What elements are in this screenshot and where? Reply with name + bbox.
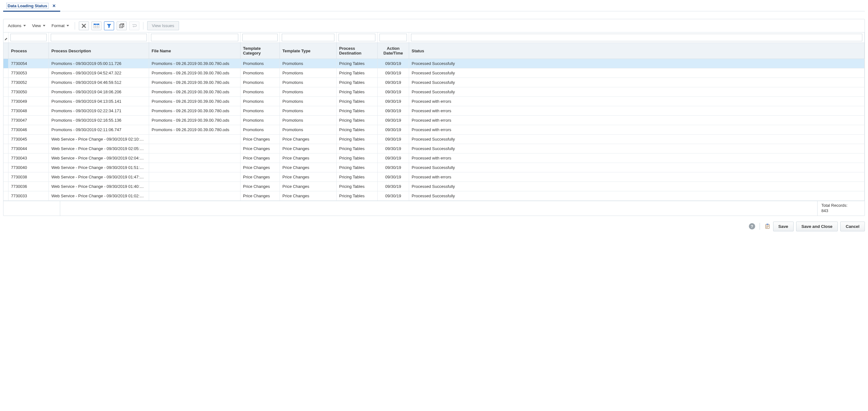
table-row[interactable]: 7730044Web Service - Price Change - 09/3… [3, 144, 865, 154]
cell-process-destination: Pricing Tables [337, 97, 378, 106]
cell-process-description: Promotions - 09/30/2019 02:11:06.747 [49, 125, 149, 134]
query-by-example-toggle[interactable] [3, 32, 8, 42]
table-row[interactable]: 7730053Promotions - 09/30/2019 04:52:47.… [3, 68, 865, 78]
grid-footer: Total Records: 843 [3, 201, 865, 216]
col-action-datetime[interactable]: Action Date/Time [378, 43, 409, 59]
table-row[interactable]: 7730033Web Service - Price Change - 09/3… [3, 191, 865, 201]
cell-process-destination: Pricing Tables [337, 163, 378, 172]
wrap-button[interactable] [129, 22, 139, 30]
col-process[interactable]: Process [8, 43, 49, 59]
row-selector[interactable] [3, 182, 8, 191]
filter-template-type[interactable] [282, 34, 334, 41]
row-selector[interactable] [3, 97, 8, 106]
cell-file-name: Promotions - 09.26.2019 00.39.00.780.ods [149, 87, 241, 96]
chevron-down-icon [43, 25, 45, 27]
cell-process: 7730045 [8, 134, 49, 144]
export-xls-button[interactable]: XLS [91, 22, 101, 30]
table-row[interactable]: 7730040Web Service - Price Change - 09/3… [3, 163, 865, 172]
cell-process-destination: Pricing Tables [337, 144, 378, 153]
filter-file-name[interactable] [151, 34, 238, 41]
cell-action-datetime: 09/30/19 [378, 154, 409, 163]
col-process-destination[interactable]: Process Destination [337, 43, 378, 59]
cell-process-destination: Pricing Tables [337, 191, 378, 200]
format-menu[interactable]: Format [50, 22, 71, 29]
row-selector[interactable] [3, 191, 8, 200]
cell-process: 7730044 [8, 144, 49, 153]
cell-process-destination: Pricing Tables [337, 172, 378, 182]
filter-process[interactable] [10, 34, 46, 41]
table-row[interactable]: 7730043Web Service - Price Change - 09/3… [3, 154, 865, 163]
row-selector[interactable] [3, 134, 8, 144]
help-button[interactable]: ? [749, 223, 755, 229]
toolbar: Actions View Format XL [3, 19, 865, 32]
cancel-button[interactable]: Cancel [840, 222, 865, 231]
filter-status[interactable] [411, 34, 862, 41]
table-row[interactable]: 7730038Web Service - Price Change - 09/3… [3, 172, 865, 182]
detach-icon [119, 23, 124, 28]
cell-process-description: Web Service - Price Change - 09/30/2019 … [49, 163, 149, 172]
xls-icon: XLS [94, 24, 99, 28]
filter-process-description[interactable] [51, 34, 147, 41]
cell-process-destination: Pricing Tables [337, 134, 378, 144]
row-selector[interactable] [3, 144, 8, 153]
table-row[interactable]: 7730048Promotions - 09/30/2019 02:22:34.… [3, 106, 865, 116]
row-selector[interactable] [3, 125, 8, 134]
row-selector[interactable] [3, 116, 8, 125]
cell-template-category: Promotions [241, 125, 280, 134]
row-selector[interactable] [3, 59, 8, 68]
cell-file-name: Promotions - 09.26.2019 00.39.00.780.ods [149, 68, 241, 77]
detach-button[interactable] [117, 22, 127, 30]
cell-file-name: Promotions - 09.26.2019 00.39.00.780.ods [149, 59, 241, 68]
cell-template-type: Price Changes [280, 182, 337, 191]
attachments-button[interactable] [764, 223, 771, 229]
table-row[interactable]: 7730036Web Service - Price Change - 09/3… [3, 182, 865, 191]
table-row[interactable]: 7730045Web Service - Price Change - 09/3… [3, 134, 865, 144]
row-selector[interactable] [3, 172, 8, 182]
filter-action-datetime[interactable] [379, 34, 407, 41]
col-file-name[interactable]: File Name [149, 43, 241, 59]
svg-text:XLS: XLS [95, 24, 97, 25]
pencil-icon [4, 37, 7, 41]
table-row[interactable]: 7730049Promotions - 09/30/2019 04:13:05.… [3, 97, 865, 106]
cell-action-datetime: 09/30/19 [378, 116, 409, 125]
tab-data-loading-status[interactable]: Data Loading Status ✕ [3, 1, 60, 12]
cell-template-type: Promotions [280, 106, 337, 115]
col-status[interactable]: Status [409, 43, 865, 59]
cell-process-destination: Pricing Tables [337, 78, 378, 87]
table-body: 7730054Promotions - 09/30/2019 05:00:11.… [3, 59, 865, 201]
table-row[interactable]: 7730052Promotions - 09/30/2019 04:46:59.… [3, 78, 865, 87]
filter-process-destination[interactable] [339, 34, 375, 41]
delete-button[interactable] [79, 22, 89, 30]
total-records: Total Records: 843 [817, 201, 865, 216]
filter-template-category[interactable] [242, 34, 278, 41]
view-menu[interactable]: View [30, 22, 47, 29]
cell-process-description: Promotions - 09/30/2019 04:13:05.141 [49, 97, 149, 106]
row-selector[interactable] [3, 154, 8, 163]
close-icon[interactable]: ✕ [51, 3, 57, 8]
row-selector[interactable] [3, 78, 8, 87]
filter-button[interactable] [104, 22, 114, 30]
actions-menu[interactable]: Actions [6, 22, 28, 29]
view-issues-button[interactable]: View Issues [147, 21, 179, 30]
cell-status: Processed with errors [409, 154, 865, 163]
table-row[interactable]: 7730054Promotions - 09/30/2019 05:00:11.… [3, 59, 865, 68]
table-row[interactable]: 7730046Promotions - 09/30/2019 02:11:06.… [3, 125, 865, 134]
cell-template-type: Price Changes [280, 154, 337, 163]
cell-status: Processed Successfully [409, 134, 865, 144]
cell-process-description: Web Service - Price Change - 09/30/2019 … [49, 134, 149, 144]
save-button[interactable]: Save [773, 222, 794, 231]
row-selector[interactable] [3, 68, 8, 77]
table-row[interactable]: 7730047Promotions - 09/30/2019 02:16:55.… [3, 116, 865, 125]
col-template-category[interactable]: Template Category [241, 43, 280, 59]
row-selector[interactable] [3, 87, 8, 96]
cell-process: 7730043 [8, 154, 49, 163]
table-row[interactable]: 7730050Promotions - 09/30/2019 04:18:06.… [3, 87, 865, 97]
cell-file-name [149, 163, 241, 172]
cell-action-datetime: 09/30/19 [378, 106, 409, 115]
col-template-type[interactable]: Template Type [280, 43, 337, 59]
cell-file-name: Promotions - 09.26.2019 00.39.00.780.ods [149, 116, 241, 125]
col-process-description[interactable]: Process Description [49, 43, 149, 59]
row-selector[interactable] [3, 106, 8, 115]
row-selector[interactable] [3, 163, 8, 172]
save-and-close-button[interactable]: Save and Close [796, 222, 838, 231]
